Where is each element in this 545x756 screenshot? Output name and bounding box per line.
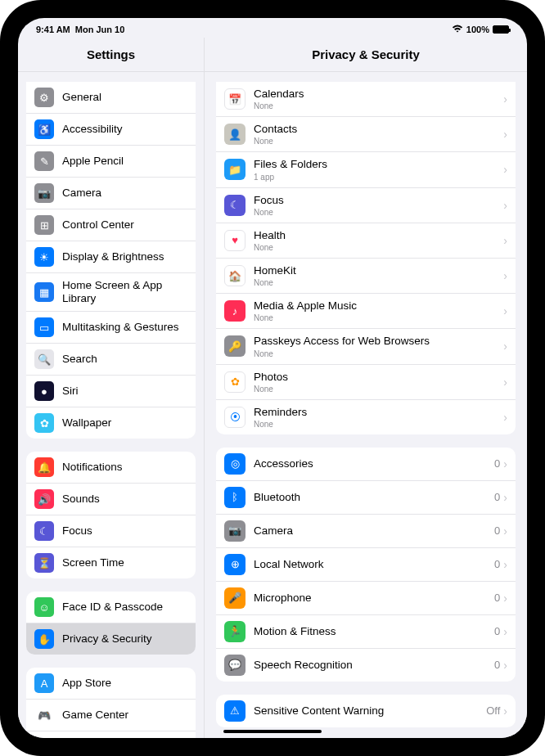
detail-item-sub: None	[254, 385, 503, 394]
sidebar-item-focus[interactable]: ☾Focus	[26, 515, 196, 547]
camera-icon: 📷	[224, 520, 245, 542]
detail-item-reminders[interactable]: ⦿RemindersNone›	[216, 400, 516, 434]
sidebar-item-label: Display & Brightness	[62, 250, 187, 263]
sidebar-item-home-screen-app-library[interactable]: ▦Home Screen & App Library	[26, 273, 196, 312]
sidebar-item-general[interactable]: ⚙General	[26, 82, 196, 114]
header-detail-title: Privacy & Security	[205, 47, 527, 61]
detail-item-local-network[interactable]: ⊕Local Network0›	[216, 548, 516, 582]
chevron-right-icon: ›	[503, 269, 507, 282]
detail-item-value: 0	[494, 592, 500, 604]
privacy-security-icon: ✋	[34, 629, 54, 649]
detail-item-sensitive-content-warning[interactable]: ⚠Sensitive Content WarningOff›	[216, 695, 516, 727]
sidebar-item-search[interactable]: 🔍Search	[26, 344, 196, 376]
detail-item-photos[interactable]: ✿PhotosNone›	[216, 365, 516, 400]
camera-icon: 📷	[34, 183, 54, 203]
sidebar[interactable]: ⚙General♿Accessibility✎Apple Pencil📷Came…	[18, 72, 205, 738]
focus-icon: ☾	[34, 521, 54, 541]
general-icon: ⚙	[34, 88, 54, 107]
detail-item-value: Off	[486, 704, 500, 717]
chevron-right-icon: ›	[503, 92, 507, 106]
screen-time-icon: ⏳	[34, 553, 54, 573]
home-screen-app-library-icon: ▦	[34, 282, 54, 302]
bluetooth-icon: ᛒ	[224, 487, 245, 508]
sidebar-item-apple-pencil[interactable]: ✎Apple Pencil	[26, 146, 196, 178]
siri-icon: ●	[34, 381, 54, 401]
detail-item-accessories[interactable]: ◎Accessories0›	[216, 448, 516, 481]
detail-item-focus[interactable]: ☾FocusNone›	[216, 188, 516, 223]
chevron-right-icon: ›	[503, 457, 507, 470]
status-time: 9:41 AM	[36, 25, 70, 34]
screen: 9:41 AM Mon Jun 10 100% Settings Privacy…	[18, 18, 527, 738]
sensitive-content-warning-icon: ⚠	[224, 700, 245, 722]
sidebar-item-accessibility[interactable]: ♿Accessibility	[26, 114, 196, 146]
sidebar-item-icloud[interactable]: ☁iCloud	[26, 731, 196, 738]
detail-item-homekit[interactable]: 🏠HomeKitNone›	[216, 259, 516, 294]
health-icon: ♥	[224, 230, 245, 251]
detail-item-sub: None	[254, 101, 503, 110]
sidebar-item-control-center[interactable]: ⊞Control Center	[26, 209, 196, 241]
sidebar-item-label: General	[62, 91, 187, 104]
chevron-right-icon: ›	[503, 234, 507, 247]
chevron-right-icon: ›	[503, 411, 507, 424]
chevron-right-icon: ›	[503, 199, 507, 212]
homekit-icon: 🏠	[224, 265, 245, 286]
sidebar-group: ☺Face ID & Passcode✋Privacy & Security	[26, 592, 196, 655]
chevron-right-icon: ›	[503, 491, 507, 504]
detail-item-value: 0	[494, 659, 500, 671]
sidebar-item-label: Screen Time	[62, 556, 187, 569]
sidebar-item-label: Face ID & Passcode	[62, 601, 187, 614]
sidebar-item-label: Camera	[62, 187, 187, 200]
detail-item-sub: 1 app	[254, 173, 503, 182]
detail-item-speech-recognition[interactable]: 💬Speech Recognition0›	[216, 649, 516, 682]
sidebar-item-face-id-passcode[interactable]: ☺Face ID & Passcode	[26, 592, 196, 623]
sounds-icon: 🔊	[34, 489, 54, 509]
sidebar-item-privacy-security[interactable]: ✋Privacy & Security	[26, 623, 196, 655]
sidebar-item-siri[interactable]: ●Siri	[26, 376, 196, 407]
microphone-icon: 🎤	[224, 587, 245, 609]
detail-item-files-folders[interactable]: 📁Files & Folders1 app›	[216, 152, 516, 187]
sidebar-item-screen-time[interactable]: ⏳Screen Time	[26, 547, 196, 578]
sidebar-item-multitasking-gestures[interactable]: ▭Multitasking & Gestures	[26, 312, 196, 344]
detail-item-calendars[interactable]: 📅CalendarsNone›	[216, 82, 516, 117]
chevron-right-icon: ›	[503, 163, 507, 176]
sidebar-item-label: Multitasking & Gestures	[62, 321, 187, 334]
face-id-passcode-icon: ☺	[34, 597, 54, 617]
sidebar-item-sounds[interactable]: 🔊Sounds	[26, 484, 196, 515]
sidebar-item-app-store[interactable]: AApp Store	[26, 668, 196, 700]
detail-item-health[interactable]: ♥HealthNone›	[216, 223, 516, 259]
header-settings-title: Settings	[18, 38, 205, 71]
detail-item-value: 0	[494, 625, 500, 637]
sidebar-item-display-brightness[interactable]: ☀Display & Brightness	[26, 241, 196, 273]
sidebar-item-label: Privacy & Security	[62, 632, 187, 646]
sidebar-item-game-center[interactable]: 🎮Game Center	[26, 700, 196, 731]
apple-pencil-icon: ✎	[34, 151, 54, 171]
content-area: ⚙General♿Accessibility✎Apple Pencil📷Came…	[18, 72, 527, 738]
detail-group: ◎Accessories0›ᛒBluetooth0›📷Camera0›⊕Loca…	[216, 448, 516, 682]
sidebar-item-wallpaper[interactable]: ✿Wallpaper	[26, 407, 196, 439]
detail-item-camera[interactable]: 📷Camera0›	[216, 515, 516, 548]
detail-item-label: Sensitive Content Warning	[254, 704, 486, 718]
detail-group: 📅CalendarsNone›👤ContactsNone›📁Files & Fo…	[216, 82, 516, 434]
sidebar-item-label: Notifications	[62, 461, 187, 474]
sidebar-item-notifications[interactable]: 🔔Notifications	[26, 452, 196, 484]
focus-icon: ☾	[224, 195, 245, 216]
detail-item-motion-fitness[interactable]: 🏃Motion & Fitness0›	[216, 615, 516, 649]
device-frame: 9:41 AM Mon Jun 10 100% Settings Privacy…	[0, 0, 545, 756]
detail-item-media-apple-music[interactable]: ♪Media & Apple MusicNone›	[216, 294, 516, 329]
detail-item-microphone[interactable]: 🎤Microphone0›	[216, 582, 516, 615]
home-indicator[interactable]	[223, 730, 322, 733]
chevron-right-icon: ›	[503, 592, 507, 605]
calendars-icon: 📅	[224, 88, 245, 110]
detail-item-sub: None	[254, 137, 503, 146]
sidebar-item-camera[interactable]: 📷Camera	[26, 178, 196, 209]
detail-item-label: Speech Recognition	[254, 659, 494, 672]
detail-pane[interactable]: 📅CalendarsNone›👤ContactsNone›📁Files & Fo…	[205, 72, 527, 738]
detail-item-label: Focus	[254, 194, 503, 207]
detail-item-passkeys-access-for-web-browsers[interactable]: 🔑Passkeys Access for Web BrowsersNone›	[216, 329, 516, 364]
sidebar-item-label: Siri	[62, 385, 187, 398]
detail-item-label: Files & Folders	[254, 158, 503, 171]
chevron-right-icon: ›	[503, 128, 507, 141]
detail-item-contacts[interactable]: 👤ContactsNone›	[216, 117, 516, 152]
detail-item-bluetooth[interactable]: ᛒBluetooth0›	[216, 481, 516, 515]
chevron-right-icon: ›	[503, 558, 507, 571]
